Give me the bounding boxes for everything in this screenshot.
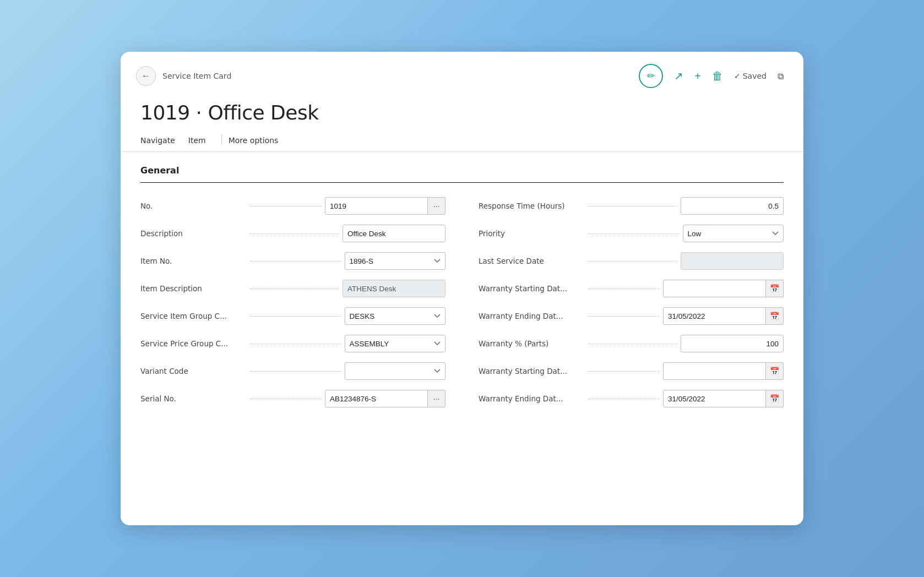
section-divider <box>140 182 784 183</box>
saved-label: Saved <box>743 72 767 80</box>
input-warranty-parts[interactable] <box>681 335 784 352</box>
dotted-warranty-end-1 <box>588 316 660 317</box>
edit-icon: ✏ <box>647 70 655 82</box>
dotted-serial-no <box>250 399 322 399</box>
label-response-time: Response Time (Hours) <box>479 202 586 210</box>
select-service-item-group[interactable]: DESKS <box>345 307 446 325</box>
dotted-last-service-date <box>588 261 677 262</box>
input-response-time[interactable] <box>681 197 784 215</box>
header-actions: ✏ ↗ + 🗑 ✓ Saved ⧉ <box>639 64 784 88</box>
warranty-end-1-calendar-btn[interactable]: 📅 <box>766 307 784 325</box>
label-item-no: Item No. <box>140 257 248 265</box>
label-service-price-group: Service Price Group C... <box>140 339 248 348</box>
dotted-no <box>250 206 322 206</box>
saved-status: ✓ Saved <box>734 72 767 80</box>
label-warranty-start-2: Warranty Starting Dat... <box>479 367 586 375</box>
label-service-item-group: Service Item Group C... <box>140 312 248 320</box>
dotted-priority <box>588 233 680 234</box>
nav-divider <box>221 134 222 144</box>
field-warranty-end-1: Warranty Ending Dat... 📅 <box>479 306 784 326</box>
label-item-description: Item Description <box>140 284 248 293</box>
field-warranty-start-1: Warranty Starting Dat... 📅 <box>479 279 784 298</box>
dotted-warranty-start-2 <box>588 371 660 372</box>
share-button[interactable]: ↗ <box>674 69 683 83</box>
field-item-no: Item No. 1896-S <box>140 251 445 271</box>
input-no-wrapper: ··· <box>325 197 445 215</box>
dotted-warranty-end-2 <box>588 399 660 399</box>
select-service-price-group[interactable]: ASSEMBLY <box>345 335 446 352</box>
tab-item[interactable]: Item <box>186 133 215 151</box>
dotted-item-description <box>250 288 339 289</box>
field-warranty-parts: Warranty % (Parts) <box>479 334 784 353</box>
warranty-end-1-wrapper: 📅 <box>663 307 784 325</box>
page-title: 1019 · Office Desk <box>121 96 803 124</box>
tab-navigate[interactable]: Navigate <box>140 133 184 151</box>
input-description[interactable] <box>343 225 445 242</box>
warranty-end-2-calendar-btn[interactable]: 📅 <box>766 390 784 407</box>
label-no: No. <box>140 202 248 210</box>
field-no: No. ··· <box>140 196 445 216</box>
delete-button[interactable]: 🗑 <box>712 70 723 83</box>
input-warranty-end-2[interactable] <box>663 390 766 407</box>
field-serial-no: Serial No. ··· <box>140 389 445 409</box>
dotted-service-price-group <box>250 344 341 344</box>
input-serial-no-wrapper: ··· <box>325 390 445 407</box>
field-variant-code: Variant Code <box>140 361 445 381</box>
dotted-item-no <box>250 261 341 262</box>
label-description: Description <box>140 229 248 238</box>
field-warranty-start-2: Warranty Starting Dat... 📅 <box>479 361 784 381</box>
warranty-start-2-calendar-btn[interactable]: 📅 <box>766 362 784 380</box>
serial-no-ellipsis-btn[interactable]: ··· <box>428 390 445 407</box>
field-warranty-end-2: Warranty Ending Dat... 📅 <box>479 389 784 409</box>
check-icon: ✓ <box>734 72 741 80</box>
field-response-time: Response Time (Hours) <box>479 196 784 216</box>
label-warranty-end-2: Warranty Ending Dat... <box>479 394 586 403</box>
field-description: Description <box>140 224 445 243</box>
input-warranty-start-2[interactable] <box>663 362 766 380</box>
select-variant-code[interactable] <box>345 362 446 380</box>
right-column: Response Time (Hours) Priority Low Mediu… <box>479 196 784 416</box>
general-section: General No. ··· Description <box>121 152 803 416</box>
input-item-description <box>343 280 445 297</box>
warranty-start-1-calendar-btn[interactable]: 📅 <box>766 280 784 297</box>
field-priority: Priority Low Medium High <box>479 224 784 243</box>
input-serial-no[interactable] <box>325 390 428 407</box>
select-item-no[interactable]: 1896-S <box>345 252 446 270</box>
tab-more-options[interactable]: More options <box>226 133 287 151</box>
warranty-start-1-wrapper: 📅 <box>663 280 784 297</box>
warranty-start-2-wrapper: 📅 <box>663 362 784 380</box>
input-warranty-end-1[interactable] <box>663 307 766 325</box>
field-last-service-date: Last Service Date <box>479 251 784 271</box>
header: ← Service Item Card ✏ ↗ + 🗑 ✓ Saved ⧉ <box>121 52 803 96</box>
label-priority: Priority <box>479 229 586 238</box>
dotted-warranty-start-1 <box>588 288 660 289</box>
left-column: No. ··· Description Item No. <box>140 196 445 416</box>
dotted-warranty-parts <box>588 344 677 344</box>
field-service-price-group: Service Price Group C... ASSEMBLY <box>140 334 445 353</box>
edit-button[interactable]: ✏ <box>639 64 663 88</box>
no-ellipsis-btn[interactable]: ··· <box>428 197 445 215</box>
label-variant-code: Variant Code <box>140 367 248 375</box>
label-warranty-parts: Warranty % (Parts) <box>479 339 586 348</box>
add-button[interactable]: + <box>694 70 701 83</box>
form-grid: No. ··· Description Item No. <box>140 196 784 416</box>
label-warranty-start-1: Warranty Starting Dat... <box>479 284 586 293</box>
service-item-card: ← Service Item Card ✏ ↗ + 🗑 ✓ Saved ⧉ 10… <box>121 52 803 525</box>
input-last-service-date <box>681 252 784 270</box>
expand-icon[interactable]: ⧉ <box>778 71 784 81</box>
input-warranty-start-1[interactable] <box>663 280 766 297</box>
label-warranty-end-1: Warranty Ending Dat... <box>479 312 586 320</box>
dotted-description <box>250 233 339 234</box>
field-service-item-group: Service Item Group C... DESKS <box>140 306 445 326</box>
select-priority[interactable]: Low Medium High <box>683 225 784 242</box>
label-last-service-date: Last Service Date <box>479 257 586 265</box>
field-item-description: Item Description <box>140 279 445 298</box>
nav-tabs: Navigate Item More options <box>121 124 803 152</box>
back-button[interactable]: ← <box>136 66 156 86</box>
dotted-service-item-group <box>250 316 341 317</box>
header-title: Service Item Card <box>162 72 231 80</box>
input-no[interactable] <box>325 197 428 215</box>
dotted-variant-code <box>250 371 341 372</box>
label-serial-no: Serial No. <box>140 394 248 403</box>
warranty-end-2-wrapper: 📅 <box>663 390 784 407</box>
